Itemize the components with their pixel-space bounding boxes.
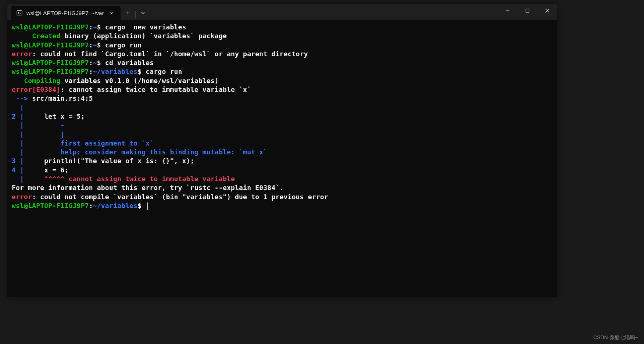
terminal-text: ~ (93, 59, 97, 67)
terminal-line: | first assignment to `x` (12, 139, 553, 148)
terminal-line: Compiling variables v0.1.0 (/home/wsl/va… (12, 76, 553, 85)
terminal-text: : cannot assign twice to immutable varia… (60, 86, 251, 93)
terminal-text: error (12, 193, 32, 201)
terminal-line: --> src/main.rs:4:5 (12, 94, 553, 103)
terminal-text: $ cargo run (97, 41, 142, 49)
terminal-text: wsl@LAPTOP-F1IGJ9P7 (12, 59, 89, 67)
terminal-text: : (89, 202, 93, 209)
terminal-text: let x = 5; (24, 112, 85, 120)
close-tab-button[interactable]: ✕ (107, 9, 115, 17)
terminal-output[interactable]: wsl@LAPTOP-F1IGJ9P7:~$ cargo new variabl… (7, 20, 557, 213)
terminal-line: wsl@LAPTOP-F1IGJ9P7:~$ cargo new variabl… (12, 23, 553, 32)
terminal-text: 3 | (12, 157, 24, 165)
terminal-line: error: could not find `Cargo.toml` in `/… (12, 50, 553, 58)
terminal-text: error (12, 50, 32, 58)
terminal-line: 3 | println!("The value of x is: {}", x)… (12, 157, 553, 165)
maximize-button[interactable] (518, 4, 537, 18)
terminal-text: Compiling (24, 77, 60, 85)
terminal-text: 2 | (12, 112, 24, 120)
new-tab-button[interactable]: ＋ (121, 6, 135, 20)
svg-rect-0 (17, 11, 22, 15)
terminal-line: wsl@LAPTOP-F1IGJ9P7:~/variables$ (12, 201, 553, 210)
terminal-line: 2 | let x = 5; (12, 112, 553, 121)
terminal-line: wsl@LAPTOP-F1IGJ9P7:~$ cargo run (12, 41, 553, 50)
terminal-text: $ cargo run (137, 68, 182, 75)
terminal-text: ~ (93, 41, 97, 49)
terminal-text: variables v0.1.0 (/home/wsl/variables) (60, 77, 218, 85)
terminal-text: | (12, 121, 24, 129)
terminal-line: 4 | x = 6; (12, 166, 553, 175)
terminal-text: ~/variables (93, 202, 137, 209)
terminal-text: src/main.rs:4:5 (28, 94, 93, 102)
terminal-text (12, 77, 24, 85)
terminal-line: | help: consider making this binding mut… (12, 148, 553, 157)
terminal-line: error[E0384]: cannot assign twice to imm… (12, 85, 553, 94)
terminal-line: | | (12, 130, 553, 139)
terminal-text: wsl@LAPTOP-F1IGJ9P7 (12, 202, 89, 209)
watermark: CSDN @酷七喵呜~ (593, 334, 638, 341)
terminal-text: | (12, 175, 24, 183)
terminal-text: | (12, 148, 24, 156)
cursor (147, 203, 148, 210)
terminal-text: : (89, 68, 93, 75)
terminal-text: : (89, 41, 93, 49)
terminal-text: help: consider making this binding mutab… (24, 148, 267, 156)
terminal-text: | (12, 130, 24, 138)
titlebar[interactable]: wsl@LAPTOP-F1IGJ9P7: ~/var ✕ ＋ (7, 4, 557, 20)
tab-active[interactable]: wsl@LAPTOP-F1IGJ9P7: ~/var ✕ (11, 6, 121, 20)
terminal-text: Created (32, 32, 60, 40)
terminal-text: wsl@LAPTOP-F1IGJ9P7 (12, 68, 89, 75)
terminal-window: wsl@LAPTOP-F1IGJ9P7: ~/var ✕ ＋ wsl@LAPTO… (7, 4, 557, 297)
terminal-text: | (12, 139, 24, 147)
terminal-line: error: could not compile `variables` (bi… (12, 193, 553, 201)
terminal-text: $ (137, 202, 146, 209)
terminal-line: | (12, 103, 553, 112)
terminal-text: x = 6; (24, 166, 68, 174)
terminal-text: - (24, 121, 64, 129)
terminal-text: println!("The value of x is: {}", x); (24, 157, 194, 165)
terminal-text: | (12, 104, 24, 111)
terminal-text: : could not find `Cargo.toml` in `/home/… (32, 50, 308, 58)
terminal-text: $ cd variables (97, 59, 154, 67)
terminal-text: --> (12, 94, 28, 102)
terminal-line: wsl@LAPTOP-F1IGJ9P7:~$ cd variables (12, 58, 553, 67)
terminal-text: : (89, 23, 93, 31)
terminal-text: wsl@LAPTOP-F1IGJ9P7 (12, 23, 89, 31)
terminal-text: For more information about this error, t… (12, 184, 283, 191)
terminal-text: ^^^^^ cannot assign twice to immutable v… (24, 175, 235, 183)
close-window-button[interactable] (537, 4, 557, 18)
titlebar-drag-area[interactable] (150, 4, 498, 20)
terminal-text (12, 32, 32, 40)
terminal-icon (16, 10, 23, 16)
minimize-button[interactable] (498, 4, 518, 18)
terminal-text: binary (application) `variables` package (60, 32, 227, 40)
terminal-line: Created binary (application) `variables`… (12, 32, 553, 40)
terminal-text: | (24, 130, 64, 138)
terminal-text: first assignment to `x` (24, 139, 154, 147)
tab-dropdown-button[interactable] (136, 6, 150, 20)
terminal-text: $ cargo new variables (97, 23, 186, 31)
terminal-text: ~/variables (93, 68, 137, 75)
terminal-text: wsl@LAPTOP-F1IGJ9P7 (12, 41, 89, 49)
terminal-text: 4 | (12, 166, 24, 174)
terminal-line: wsl@LAPTOP-F1IGJ9P7:~/variables$ cargo r… (12, 67, 553, 76)
tab-title: wsl@LAPTOP-F1IGJ9P7: ~/var (26, 10, 104, 16)
terminal-text: error[E0384] (12, 86, 60, 93)
terminal-line: For more information about this error, t… (12, 183, 553, 192)
terminal-text: ~ (93, 23, 97, 31)
terminal-line: | ^^^^^ cannot assign twice to immutable… (12, 175, 553, 183)
terminal-line: | - (12, 121, 553, 130)
terminal-text: : (89, 59, 93, 67)
terminal-text: : could not compile `variables` (bin "va… (32, 193, 328, 201)
svg-rect-2 (526, 9, 529, 12)
